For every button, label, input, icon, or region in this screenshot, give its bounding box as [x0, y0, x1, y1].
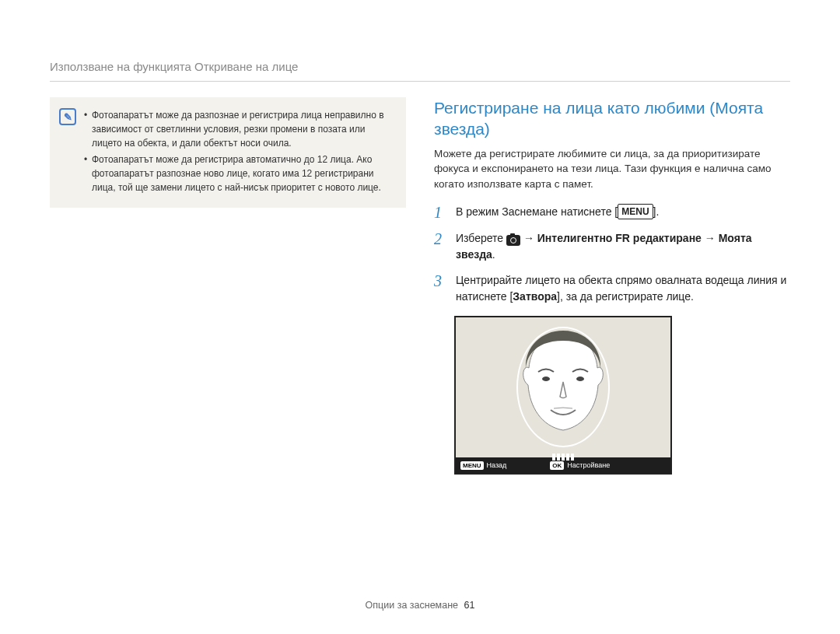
arrow-icon: → — [702, 232, 719, 244]
page-footer: Опции за заснемане 61 — [0, 600, 840, 611]
section-title: Регистриране на лица като любими (Моята … — [434, 97, 790, 140]
step-list: 1 В режим Заснемане натиснете [MENU]. 2 … — [434, 204, 790, 305]
step-text-fragment: В режим Заснемане натиснете — [456, 205, 614, 218]
step-2: 2 Изберете → Интелигентно FR редактиране… — [434, 230, 790, 263]
step-bold: Интелигентно FR редактиране — [537, 232, 702, 244]
step-text-fragment: . — [492, 248, 495, 261]
back-control: MENU Назад — [460, 461, 506, 470]
section-intro: Можете да регистрирате любимите си лица,… — [434, 146, 790, 192]
step-number: 2 — [434, 230, 445, 263]
menu-key-chip: MENU — [460, 461, 484, 470]
footer-label: Опции за заснемане — [366, 600, 458, 611]
camera-bottom-bar: MENU Назад OK Настройване — [456, 457, 670, 473]
step-text-fragment: ], за да регистрирате лице. — [557, 290, 694, 303]
exposure-meter-icon — [552, 454, 574, 461]
step-number: 1 — [434, 204, 445, 221]
left-column: ✎ Фотоапаратът може да разпознае и регис… — [50, 97, 406, 475]
back-label: Назад — [487, 461, 507, 469]
step-text-fragment: . — [656, 205, 659, 218]
step-number: 3 — [434, 272, 445, 305]
page-header: Използване на функцията Откриване на лиц… — [50, 60, 790, 82]
step-3: 3 Центрирайте лицето на обекта спрямо ов… — [434, 272, 790, 305]
face-guide-oval — [516, 327, 610, 447]
page-number: 61 — [464, 600, 475, 611]
set-label: Настройване — [567, 461, 610, 469]
step-text: В режим Заснемане натиснете [MENU]. — [456, 204, 790, 221]
menu-key-icon: MENU — [618, 204, 653, 219]
header-title: Използване на функцията Откриване на лиц… — [50, 60, 298, 73]
step-text: Центрирайте лицето на обекта спрямо овал… — [456, 272, 790, 305]
camera-screenshot: MENU Назад OK Настройване — [454, 316, 672, 475]
step-text-fragment: Изберете — [456, 232, 506, 244]
pencil-icon-glyph: ✎ — [64, 111, 72, 123]
arrow-icon: → — [520, 232, 537, 244]
content-area: ✎ Фотоапаратът може да разпознае и регис… — [50, 97, 790, 475]
step-1: 1 В режим Заснемане натиснете [MENU]. — [434, 204, 790, 221]
step-bold: Затвора — [513, 290, 557, 303]
ok-key-chip: OK — [550, 461, 564, 470]
note-box: ✎ Фотоапаратът може да разпознае и регис… — [50, 97, 406, 208]
camera-icon — [506, 235, 520, 246]
step-text: Изберете → Интелигентно FR редактиране →… — [456, 230, 790, 263]
note-list: Фотоапаратът може да разпознае и регистр… — [84, 108, 392, 197]
note-item: Фотоапаратът може да регистрира автомати… — [84, 152, 392, 194]
set-control: OK Настройване — [550, 461, 610, 470]
right-column: Регистриране на лица като любими (Моята … — [434, 97, 790, 475]
note-item: Фотоапаратът може да разпознае и регистр… — [84, 108, 392, 150]
camera-scene — [456, 317, 670, 457]
pencil-icon: ✎ — [59, 108, 76, 125]
